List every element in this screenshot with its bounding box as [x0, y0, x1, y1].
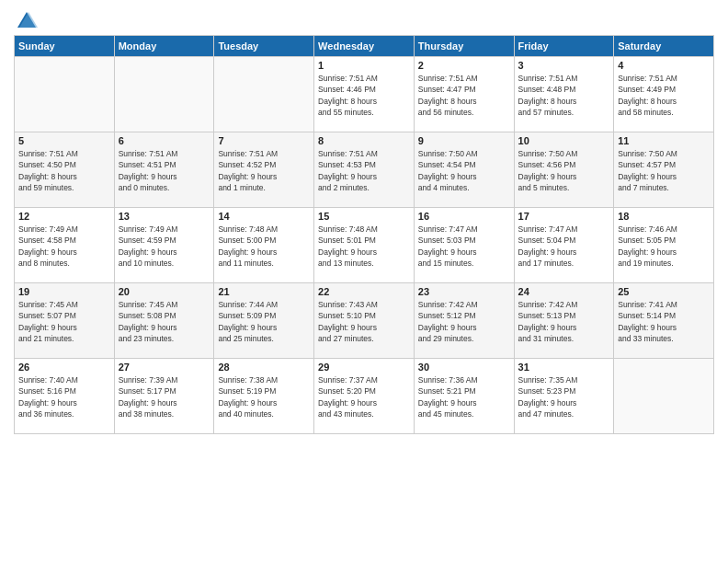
day-info: Sunrise: 7:51 AM Sunset: 4:49 PM Dayligh…	[618, 73, 710, 118]
day-number: 16	[418, 211, 510, 222]
day-cell: 16Sunrise: 7:47 AM Sunset: 5:03 PM Dayli…	[414, 208, 514, 283]
day-info: Sunrise: 7:45 AM Sunset: 5:08 PM Dayligh…	[119, 299, 210, 344]
day-cell: 30Sunrise: 7:36 AM Sunset: 5:21 PM Dayli…	[414, 359, 514, 434]
day-info: Sunrise: 7:48 AM Sunset: 5:01 PM Dayligh…	[318, 224, 410, 269]
day-cell	[15, 57, 115, 132]
day-cell: 21Sunrise: 7:44 AM Sunset: 5:09 PM Dayli…	[214, 283, 314, 359]
logo	[14, 9, 38, 28]
day-info: Sunrise: 7:39 AM Sunset: 5:17 PM Dayligh…	[119, 374, 210, 419]
day-number: 21	[218, 286, 310, 297]
day-cell: 25Sunrise: 7:41 AM Sunset: 5:14 PM Dayli…	[614, 283, 714, 359]
day-info: Sunrise: 7:42 AM Sunset: 5:13 PM Dayligh…	[518, 299, 610, 344]
day-cell: 27Sunrise: 7:39 AM Sunset: 5:17 PM Dayli…	[114, 359, 214, 434]
week-row-4: 26Sunrise: 7:40 AM Sunset: 5:16 PM Dayli…	[15, 359, 714, 434]
day-info: Sunrise: 7:43 AM Sunset: 5:10 PM Dayligh…	[318, 299, 410, 344]
day-number: 1	[318, 60, 410, 71]
day-number: 12	[18, 211, 110, 222]
day-cell: 7Sunrise: 7:51 AM Sunset: 4:52 PM Daylig…	[214, 132, 314, 208]
day-number: 10	[518, 135, 610, 146]
header-saturday: Saturday	[614, 36, 714, 57]
calendar: SundayMondayTuesdayWednesdayThursdayFrid…	[14, 35, 714, 434]
day-info: Sunrise: 7:38 AM Sunset: 5:19 PM Dayligh…	[218, 374, 310, 419]
day-cell: 29Sunrise: 7:37 AM Sunset: 5:20 PM Dayli…	[314, 359, 415, 434]
day-number: 7	[218, 135, 310, 146]
week-row-1: 5Sunrise: 7:51 AM Sunset: 4:50 PM Daylig…	[15, 132, 714, 208]
day-cell: 12Sunrise: 7:49 AM Sunset: 4:58 PM Dayli…	[15, 208, 115, 283]
day-number: 6	[119, 135, 210, 146]
day-number: 17	[518, 211, 610, 222]
week-row-2: 12Sunrise: 7:49 AM Sunset: 4:58 PM Dayli…	[15, 208, 714, 283]
day-info: Sunrise: 7:36 AM Sunset: 5:21 PM Dayligh…	[418, 374, 510, 419]
day-cell: 9Sunrise: 7:50 AM Sunset: 4:54 PM Daylig…	[414, 132, 514, 208]
day-number: 5	[18, 135, 110, 146]
day-number: 29	[318, 362, 410, 373]
day-cell: 13Sunrise: 7:49 AM Sunset: 4:59 PM Dayli…	[114, 208, 214, 283]
day-info: Sunrise: 7:48 AM Sunset: 5:00 PM Dayligh…	[218, 224, 310, 269]
day-info: Sunrise: 7:51 AM Sunset: 4:48 PM Dayligh…	[518, 73, 610, 118]
day-number: 14	[218, 211, 310, 222]
day-number: 30	[418, 362, 510, 373]
day-info: Sunrise: 7:51 AM Sunset: 4:47 PM Dayligh…	[418, 73, 510, 118]
day-cell	[114, 57, 214, 132]
day-cell: 17Sunrise: 7:47 AM Sunset: 5:04 PM Dayli…	[514, 208, 614, 283]
calendar-header-row: SundayMondayTuesdayWednesdayThursdayFrid…	[15, 36, 714, 57]
page: SundayMondayTuesdayWednesdayThursdayFrid…	[0, 0, 728, 563]
day-number: 9	[418, 135, 510, 146]
day-cell: 26Sunrise: 7:40 AM Sunset: 5:16 PM Dayli…	[15, 359, 115, 434]
day-number: 20	[119, 286, 210, 297]
header-tuesday: Tuesday	[214, 36, 314, 57]
day-cell: 19Sunrise: 7:45 AM Sunset: 5:07 PM Dayli…	[15, 283, 115, 359]
header-thursday: Thursday	[414, 36, 514, 57]
day-cell: 28Sunrise: 7:38 AM Sunset: 5:19 PM Dayli…	[214, 359, 314, 434]
day-number: 8	[318, 135, 410, 146]
day-number: 27	[119, 362, 210, 373]
day-cell: 6Sunrise: 7:51 AM Sunset: 4:51 PM Daylig…	[114, 132, 214, 208]
day-info: Sunrise: 7:47 AM Sunset: 5:04 PM Dayligh…	[518, 224, 610, 269]
day-cell: 24Sunrise: 7:42 AM Sunset: 5:13 PM Dayli…	[514, 283, 614, 359]
day-info: Sunrise: 7:46 AM Sunset: 5:05 PM Dayligh…	[618, 224, 710, 269]
day-number: 11	[618, 135, 710, 146]
day-number: 2	[418, 60, 510, 71]
header-wednesday: Wednesday	[314, 36, 415, 57]
day-info: Sunrise: 7:37 AM Sunset: 5:20 PM Dayligh…	[318, 374, 410, 419]
day-number: 31	[518, 362, 610, 373]
day-info: Sunrise: 7:40 AM Sunset: 5:16 PM Dayligh…	[18, 374, 110, 419]
day-info: Sunrise: 7:49 AM Sunset: 4:59 PM Dayligh…	[119, 224, 210, 269]
day-number: 15	[318, 211, 410, 222]
day-cell: 23Sunrise: 7:42 AM Sunset: 5:12 PM Dayli…	[414, 283, 514, 359]
day-info: Sunrise: 7:51 AM Sunset: 4:46 PM Dayligh…	[318, 73, 410, 118]
day-number: 24	[518, 286, 610, 297]
day-cell: 10Sunrise: 7:50 AM Sunset: 4:56 PM Dayli…	[514, 132, 614, 208]
day-cell: 11Sunrise: 7:50 AM Sunset: 4:57 PM Dayli…	[614, 132, 714, 208]
day-info: Sunrise: 7:45 AM Sunset: 5:07 PM Dayligh…	[18, 299, 110, 344]
day-cell: 22Sunrise: 7:43 AM Sunset: 5:10 PM Dayli…	[314, 283, 415, 359]
day-cell: 8Sunrise: 7:51 AM Sunset: 4:53 PM Daylig…	[314, 132, 415, 208]
header-friday: Friday	[514, 36, 614, 57]
header	[14, 9, 714, 28]
day-info: Sunrise: 7:41 AM Sunset: 5:14 PM Dayligh…	[618, 299, 710, 344]
day-number: 28	[218, 362, 310, 373]
day-cell: 18Sunrise: 7:46 AM Sunset: 5:05 PM Dayli…	[614, 208, 714, 283]
day-cell: 31Sunrise: 7:35 AM Sunset: 5:23 PM Dayli…	[514, 359, 614, 434]
week-row-3: 19Sunrise: 7:45 AM Sunset: 5:07 PM Dayli…	[15, 283, 714, 359]
day-info: Sunrise: 7:44 AM Sunset: 5:09 PM Dayligh…	[218, 299, 310, 344]
day-number: 23	[418, 286, 510, 297]
logo-icon	[16, 9, 38, 31]
day-cell: 15Sunrise: 7:48 AM Sunset: 5:01 PM Dayli…	[314, 208, 415, 283]
day-number: 19	[18, 286, 110, 297]
day-number: 4	[618, 60, 710, 71]
day-info: Sunrise: 7:51 AM Sunset: 4:50 PM Dayligh…	[18, 148, 110, 193]
day-info: Sunrise: 7:51 AM Sunset: 4:52 PM Dayligh…	[218, 148, 310, 193]
header-monday: Monday	[114, 36, 214, 57]
day-cell: 20Sunrise: 7:45 AM Sunset: 5:08 PM Dayli…	[114, 283, 214, 359]
day-cell	[614, 359, 714, 434]
day-info: Sunrise: 7:51 AM Sunset: 4:53 PM Dayligh…	[318, 148, 410, 193]
day-number: 3	[518, 60, 610, 71]
day-number: 25	[618, 286, 710, 297]
day-info: Sunrise: 7:35 AM Sunset: 5:23 PM Dayligh…	[518, 374, 610, 419]
day-info: Sunrise: 7:51 AM Sunset: 4:51 PM Dayligh…	[119, 148, 210, 193]
day-cell: 2Sunrise: 7:51 AM Sunset: 4:47 PM Daylig…	[414, 57, 514, 132]
day-number: 22	[318, 286, 410, 297]
day-cell: 5Sunrise: 7:51 AM Sunset: 4:50 PM Daylig…	[15, 132, 115, 208]
day-number: 18	[618, 211, 710, 222]
